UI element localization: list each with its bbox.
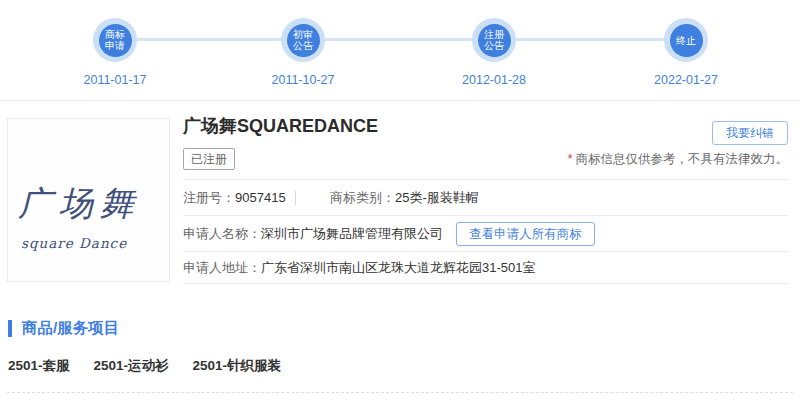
reg-no-value: 9057415 (235, 190, 286, 205)
timeline-circle: 注册公告 (472, 18, 516, 62)
disclaimer-text: *商标信息仅供参考，不具有法律效力。 (568, 151, 788, 168)
applicant-label: 申请人名称： (183, 225, 261, 243)
timeline-node-apply: 商标申请 2011-01-17 (93, 18, 137, 62)
timeline-circle: 初审公告 (281, 18, 325, 62)
status-badge: 已注册 (183, 148, 235, 170)
timeline-node-label: 商标申请 (104, 29, 126, 51)
timeline-connector-line (115, 38, 686, 41)
goods-item: 2501-套服 (8, 357, 70, 375)
goods-section-header: 商品/服务项目 (8, 318, 119, 339)
timeline-node-label: 初审公告 (292, 29, 314, 51)
trademark-title: 广场舞SQUAREDANCE (183, 115, 788, 137)
asterisk-mark: * (568, 152, 573, 166)
timeline-circle: 商标申请 (93, 18, 137, 62)
view-applicant-trademarks-button[interactable]: 查看申请人所有商标 (456, 222, 595, 246)
address-label: 申请人地址： (183, 259, 261, 277)
table-row-address: 申请人地址： 广东省深圳市南山区龙珠大道龙辉花园31-501室 (183, 251, 788, 284)
goods-item: 2501-针织服装 (193, 357, 282, 375)
timeline-node-label: 注册公告 (483, 29, 505, 51)
timeline-node-first-review: 初审公告 2011-10-27 (281, 18, 325, 62)
reg-no-label: 注册号： (183, 189, 235, 207)
trademark-status-timeline: 商标申请 2011-01-17 初审公告 2011-10-27 注册公告 201… (0, 0, 800, 101)
goods-items-list: 2501-套服 2501-运动衫 2501-针织服装 (8, 357, 281, 375)
timeline-node-label: 终止 (675, 35, 697, 46)
category-value: 25类-服装鞋帽 (395, 189, 479, 207)
trademark-image-en-text: square Dance (21, 235, 127, 251)
report-error-button[interactable]: 我要纠错 (712, 121, 788, 145)
timeline-circle-inner: 初审公告 (287, 24, 320, 57)
trademark-detail-panel: 广场舞SQUAREDANCE 我要纠错 已注册 *商标信息仅供参考，不具有法律效… (183, 112, 788, 284)
dotted-divider (7, 392, 793, 393)
trademark-image: 广场舞 square Dance (7, 118, 170, 282)
timeline-node-date: 2011-10-27 (271, 73, 334, 87)
timeline-circle-inner: 终止 (670, 24, 703, 57)
trademark-image-cn-text: 广场舞 (18, 181, 141, 227)
address-value: 广东省深圳市南山区龙珠大道龙辉花园31-501室 (261, 259, 535, 277)
goods-section-title: 商品/服务项目 (22, 318, 119, 339)
timeline-node-terminated: 终止 2022-01-27 (664, 18, 708, 62)
timeline-node-registration: 注册公告 2012-01-28 (472, 18, 516, 62)
applicant-value: 深圳市广场舞品牌管理有限公司 (261, 225, 443, 243)
timeline-circle-inner: 商标申请 (99, 24, 132, 57)
goods-item: 2501-运动衫 (94, 357, 169, 375)
timeline-circle-inner: 注册公告 (478, 24, 511, 57)
table-row-applicant: 申请人名称： 深圳市广场舞品牌管理有限公司 查看申请人所有商标 (183, 215, 788, 251)
trademark-fields-table: 注册号： 9057415 商标类别： 25类-服装鞋帽 申请人名称： 深圳市广场… (183, 179, 788, 284)
timeline-node-date: 2012-01-28 (462, 73, 526, 87)
category-label: 商标类别： (330, 189, 395, 207)
table-row-registration: 注册号： 9057415 商标类别： 25类-服装鞋帽 (183, 179, 788, 215)
timeline-circle: 终止 (664, 18, 708, 62)
timeline-node-date: 2022-01-27 (654, 73, 718, 87)
disclaimer-body: 商标信息仅供参考，不具有法律效力。 (576, 152, 789, 166)
vertical-divider (295, 191, 296, 205)
section-accent-bar (8, 320, 12, 337)
timeline-node-date: 2011-01-17 (83, 73, 146, 87)
